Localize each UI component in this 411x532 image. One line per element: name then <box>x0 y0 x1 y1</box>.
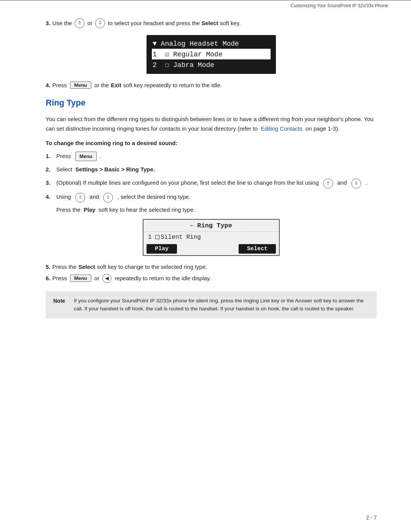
ring-item1-label: Silent Ring <box>161 234 201 241</box>
screen-item-2: 2 ☐ Jabra Mode <box>152 59 271 70</box>
ring-step3-end: . <box>365 179 367 186</box>
step3-number: 3. <box>46 19 51 28</box>
ring-step4-end: , select the desired ring type. <box>118 193 191 200</box>
ring-step4-text: Using <box>56 193 71 200</box>
step3-text-before: Use the <box>53 19 72 28</box>
step3-text-end: soft key. <box>220 19 241 28</box>
ring-step1-body: Press Menu . <box>56 152 377 161</box>
menu-button-top: Menu <box>70 81 91 89</box>
step6-after: repeatedly to return to the idle display… <box>115 275 211 281</box>
step6-num: 6. <box>46 275 51 281</box>
up-arrow-step4: ⇧ <box>75 193 85 203</box>
header-title: Customizing Your SoundPoint IP 32x/33x P… <box>290 3 388 8</box>
item2-label: Jabra Mode <box>173 61 214 69</box>
ring-item-square-icon <box>155 235 159 239</box>
ring-step3-text: (Optional) If multiple lines are configu… <box>56 179 319 186</box>
ring-type-screen: ← Ring Type 1 Silent Ring Play Select <box>143 219 280 256</box>
softkey-bar: Play Select <box>143 243 279 255</box>
page-footer: 2 - 7 <box>366 514 377 521</box>
note-box: Note If you configure your SoundPoint IP… <box>46 291 377 318</box>
screen-title-text: Analog Headset Mode <box>161 40 239 48</box>
play-text-after: soft key to hear the selected ring type. <box>99 206 195 213</box>
content-area: 3. Use the ⇧ or ⇩ to select your headset… <box>0 11 411 334</box>
select-softkey[interactable]: Select <box>239 244 276 254</box>
ring-step4-and: and <box>89 193 99 200</box>
ring-screen-arrow: ← <box>190 222 194 229</box>
ring-item1-num: 1 <box>148 234 152 241</box>
step6: 6. Press Menu or ◀ repeatedly to return … <box>46 274 377 283</box>
page-container: Customizing Your SoundPoint IP 32x/33x P… <box>0 0 411 532</box>
step5-text-after: soft key to change to the selected ring … <box>97 264 207 270</box>
step5-select-bold: Select <box>78 264 95 270</box>
step4-exit-bold: Exit <box>111 82 121 88</box>
ring-step-1: 1. Press Menu . <box>46 152 377 161</box>
ring-screen-title-text: Ring Type <box>197 222 232 229</box>
step4-text-before: Press <box>53 82 67 88</box>
step3-text-or: or <box>88 19 92 28</box>
step4-text-end: soft key repeatedly to return to the idl… <box>123 82 222 88</box>
play-softkey[interactable]: Play <box>147 244 177 254</box>
step3-top: 3. Use the ⇧ or ⇩ to select your headset… <box>46 18 377 28</box>
ring-step-3: 3. (Optional) If multiple lines are conf… <box>46 178 377 189</box>
play-bold: Play <box>84 206 96 213</box>
up-arrow-icon: ⇧ <box>75 18 84 28</box>
change-ring-subheading: To change the incoming ring to a desired… <box>46 140 377 146</box>
headset-mode-screen: ▼ Analog Headset Mode 1 ☑ Regular Mode 2… <box>147 35 276 74</box>
step3-text-after: to select your headset and press the <box>108 19 200 28</box>
editing-contacts-link[interactable]: Editing Contacts <box>261 125 302 132</box>
ring-step-2: 2. Select Settings > Basic > Ring Type. <box>46 165 377 174</box>
step5-num: 5. <box>46 264 51 270</box>
menu-btn-step1: Menu <box>75 152 97 161</box>
ring-step1-num: 1. <box>46 152 56 161</box>
ring-step3-num: 3. <box>46 178 56 189</box>
down-arrow-step4: ⇩ <box>103 193 113 203</box>
item1-number: 1 <box>153 51 157 58</box>
back-arrow-step6: ◀ <box>102 274 112 283</box>
step6-press-text: Press <box>53 275 67 281</box>
ring-type-heading: Ring Type <box>46 98 377 108</box>
ring-step2-num: 2. <box>46 165 56 174</box>
ring-step2-body: Select Settings > Basic > Ring Type. <box>56 165 377 174</box>
ring-step4-num: 4. <box>46 192 56 203</box>
step4-top: 4. Press Menu or the Exit soft key repea… <box>46 81 377 89</box>
down-arrow-step3: ⇩ <box>351 179 361 189</box>
ring-step3-body: (Optional) If multiple lines are configu… <box>56 178 377 189</box>
step4-number: 4. <box>46 82 51 88</box>
ring-step2-text: Select <box>56 166 72 173</box>
note-label: Note <box>53 297 68 313</box>
item1-label: Regular Mode <box>173 51 223 58</box>
step5: 5. Press the Select soft key to change t… <box>46 264 377 270</box>
ring-step2-bold: Settings > Basic > Ring Type. <box>75 166 155 173</box>
page-number: 2 - 7 <box>366 514 377 521</box>
menu-btn-step6: Menu <box>70 275 91 282</box>
screen-item-1: 1 ☑ Regular Mode <box>152 49 271 59</box>
up-arrow-step3: ⇧ <box>323 179 333 189</box>
item2-number: 2 <box>153 61 157 69</box>
ring-type-steps: 1. Press Menu . 2. Select Settings > Bas… <box>46 152 377 203</box>
ring-step-4: 4. Using ⇧ and ⇩ , select the desired ri… <box>46 192 377 203</box>
screen-title-row: ▼ Analog Headset Mode <box>152 39 271 49</box>
note-text: If you configure your SoundPoint IP 32/3… <box>74 297 369 313</box>
step3-select-bold: Select <box>201 19 218 28</box>
down-arrow-icon: ⇩ <box>95 18 105 28</box>
step6-or: or <box>94 275 99 281</box>
ring-step1-after: . <box>99 153 101 159</box>
play-press-text: Press the <box>56 206 80 213</box>
ring-step1-text: Press <box>56 153 71 159</box>
ring-screen-title: ← Ring Type <box>143 220 279 232</box>
ring-step3-and: and <box>337 179 347 186</box>
ring-step4-body: Using ⇧ and ⇩ , select the desired ring … <box>56 192 377 203</box>
ring-type-body: You can select from the different ring t… <box>46 115 377 134</box>
step5-text: Press the <box>53 264 76 270</box>
page-header: Customizing Your SoundPoint IP 32x/33x P… <box>0 0 411 11</box>
step4-text-after: or the <box>94 82 109 88</box>
ring-screen-item-1: 1 Silent Ring <box>143 232 279 243</box>
play-softkey-line: Press the Play soft key to hear the sele… <box>56 206 377 213</box>
body-text-2: on page 1-3). <box>306 125 339 132</box>
